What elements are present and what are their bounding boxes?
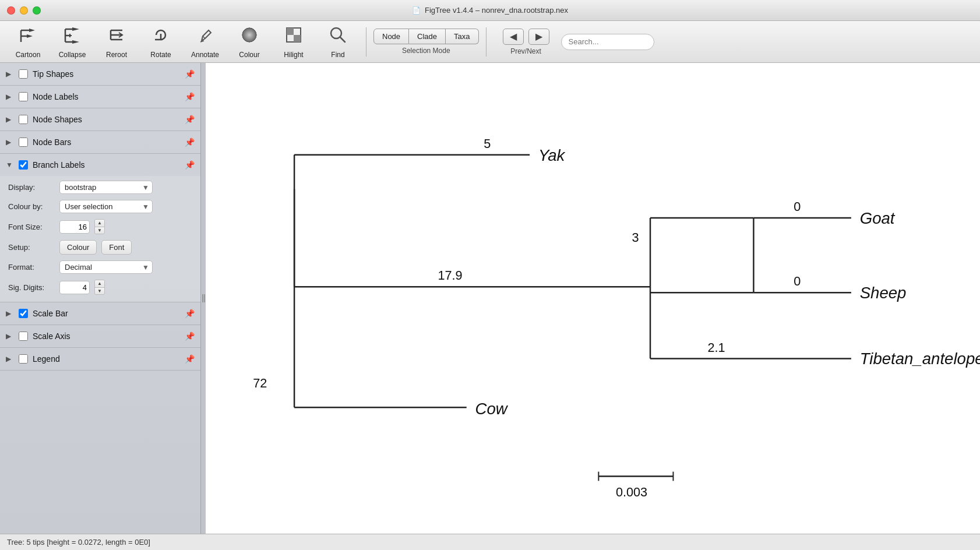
taxon-yak: Yak xyxy=(538,146,566,164)
tip-shapes-label: Tip Shapes xyxy=(33,69,180,79)
annotate-button[interactable]: Annotate xyxy=(184,23,226,61)
display-select[interactable]: bootstrap xyxy=(59,181,153,194)
node-shapes-checkbox[interactable] xyxy=(19,115,28,124)
sidebar-item-tip-shapes[interactable]: ▶ Tip Shapes 📌 xyxy=(0,63,200,85)
sidebar-section-branch-labels: ▼ Branch Labels 📌 Display: bootstrap ▼ xyxy=(0,154,200,302)
colour-label: Colour xyxy=(239,51,259,59)
taxon-tibetan: Tibetan_antelope xyxy=(860,350,980,368)
scale-bar-label: 0.003 xyxy=(616,485,647,499)
node-sel-button[interactable]: Node xyxy=(373,29,409,44)
collapse-button[interactable]: Collapse xyxy=(51,23,93,61)
setup-label: Setup: xyxy=(8,243,55,252)
format-select[interactable]: Decimal xyxy=(59,260,153,274)
sidebar-item-scale-bar[interactable]: ▶ Scale Bar 📌 xyxy=(0,302,200,325)
font-size-input[interactable] xyxy=(59,220,90,234)
branch-labels-arrow: ▼ xyxy=(6,161,14,169)
find-label: Find xyxy=(331,51,344,59)
colour-by-select[interactable]: User selection xyxy=(59,200,153,213)
font-size-up[interactable]: ▲ xyxy=(95,220,104,227)
font-setup-button[interactable]: Font xyxy=(101,240,132,255)
sidebar: ▶ Tip Shapes 📌 ▶ Node Labels 📌 ▶ Node Sh… xyxy=(0,63,201,534)
sidebar-item-node-bars[interactable]: ▶ Node Bars 📌 xyxy=(0,131,200,153)
search-input[interactable] xyxy=(561,34,654,50)
hilight-button[interactable]: Hilight xyxy=(273,23,315,61)
scale-axis-checkbox[interactable] xyxy=(19,332,28,341)
prev-next-buttons: ◀ ▶ xyxy=(503,29,549,45)
toolbar: Cartoon Collapse xyxy=(0,21,980,63)
cartoon-icon xyxy=(17,24,38,48)
scale-bar-label: Scale Bar xyxy=(33,309,180,318)
font-size-down[interactable]: ▼ xyxy=(95,227,104,234)
sidebar-section-node-shapes: ▶ Node Shapes 📌 xyxy=(0,108,200,131)
tip-shapes-arrow: ▶ xyxy=(6,70,14,78)
colour-button[interactable]: Colour xyxy=(228,23,270,61)
sidebar-item-scale-axis[interactable]: ▶ Scale Axis 📌 xyxy=(0,325,200,347)
sig-digits-down[interactable]: ▼ xyxy=(95,287,104,294)
reroot-icon xyxy=(106,24,127,48)
sidebar-item-node-labels[interactable]: ▶ Node Labels 📌 xyxy=(0,86,200,108)
tree-svg: .tree-label { font-family: -apple-system… xyxy=(206,63,980,534)
sidebar-item-legend[interactable]: ▶ Legend 📌 xyxy=(0,348,200,370)
tip-shapes-checkbox[interactable] xyxy=(19,69,28,79)
status-bar: Tree: 5 tips [height = 0.0272, length = … xyxy=(0,534,980,550)
sidebar-section-node-labels: ▶ Node Labels 📌 xyxy=(0,86,200,108)
close-button[interactable] xyxy=(7,6,15,15)
window-title: FigTree v1.4.4 – nonrev_dna.rootstrap.ne… xyxy=(425,6,568,15)
next-button[interactable]: ▶ xyxy=(528,29,549,45)
app-icon: 📄 xyxy=(412,6,421,15)
scale-bar-arrow: ▶ xyxy=(6,309,14,318)
sig-digits-stepper: ▲ ▼ xyxy=(94,280,105,295)
prev-button[interactable]: ◀ xyxy=(503,29,524,45)
rotate-button[interactable]: Rotate xyxy=(140,23,182,61)
find-button[interactable]: Find xyxy=(317,23,359,61)
toolbar-divider-1 xyxy=(366,27,366,57)
reroot-button[interactable]: Reroot xyxy=(96,23,138,61)
tree-area: .tree-label { font-family: -apple-system… xyxy=(206,63,980,534)
legend-label: Legend xyxy=(33,354,180,364)
clade-sel-button[interactable]: Clade xyxy=(409,29,446,44)
label-17-9: 17.9 xyxy=(438,268,462,283)
label-5: 5 xyxy=(484,136,491,151)
scale-bar-checkbox[interactable] xyxy=(19,309,28,318)
colour-icon xyxy=(239,24,260,48)
node-bars-checkbox[interactable] xyxy=(19,138,28,147)
scale-bar-pin: 📌 xyxy=(185,309,195,318)
minimize-button[interactable] xyxy=(20,6,28,15)
sig-digits-up[interactable]: ▲ xyxy=(95,280,104,287)
sig-digits-label: Sig. Digits: xyxy=(8,283,55,292)
colour-by-select-wrapper: User selection ▼ xyxy=(59,200,153,213)
cartoon-button[interactable]: Cartoon xyxy=(7,23,49,61)
branch-labels-checkbox[interactable] xyxy=(19,160,28,170)
display-label: Display: xyxy=(8,183,55,192)
scale-axis-arrow: ▶ xyxy=(6,332,14,340)
scale-axis-label: Scale Axis xyxy=(33,332,180,341)
rotate-label: Rotate xyxy=(150,51,171,59)
annotate-icon xyxy=(195,24,216,48)
legend-arrow: ▶ xyxy=(6,355,14,363)
svg-marker-9 xyxy=(72,27,79,31)
node-labels-checkbox[interactable] xyxy=(19,92,28,101)
label-0b: 0 xyxy=(794,274,801,288)
sig-digits-input[interactable] xyxy=(59,281,90,294)
format-row: Format: Decimal ▼ xyxy=(8,260,192,274)
annotate-label: Annotate xyxy=(191,51,219,59)
maximize-button[interactable] xyxy=(33,6,41,15)
sidebar-item-node-shapes[interactable]: ▶ Node Shapes 📌 xyxy=(0,108,200,131)
sidebar-section-legend: ▶ Legend 📌 xyxy=(0,348,200,371)
window-controls xyxy=(7,6,41,15)
sidebar-item-branch-labels[interactable]: ▼ Branch Labels 📌 xyxy=(0,154,200,176)
collapse-icon xyxy=(62,24,83,48)
colour-setup-button[interactable]: Colour xyxy=(59,240,97,255)
colour-by-label: Colour by: xyxy=(8,202,55,211)
node-labels-arrow: ▶ xyxy=(6,93,14,101)
sidebar-section-scale-axis: ▶ Scale Axis 📌 xyxy=(0,325,200,348)
taxa-sel-button[interactable]: Taxa xyxy=(446,29,478,44)
taxon-cow: Cow xyxy=(475,400,509,418)
selection-mode-group: Node Clade Taxa Selection Mode xyxy=(373,29,479,55)
node-labels-label: Node Labels xyxy=(33,92,180,101)
node-shapes-label: Node Shapes xyxy=(33,115,180,124)
resize-handle[interactable] xyxy=(201,63,206,534)
branch-labels-pin: 📌 xyxy=(185,160,195,170)
legend-checkbox[interactable] xyxy=(19,354,28,364)
format-select-wrapper: Decimal ▼ xyxy=(59,260,153,274)
